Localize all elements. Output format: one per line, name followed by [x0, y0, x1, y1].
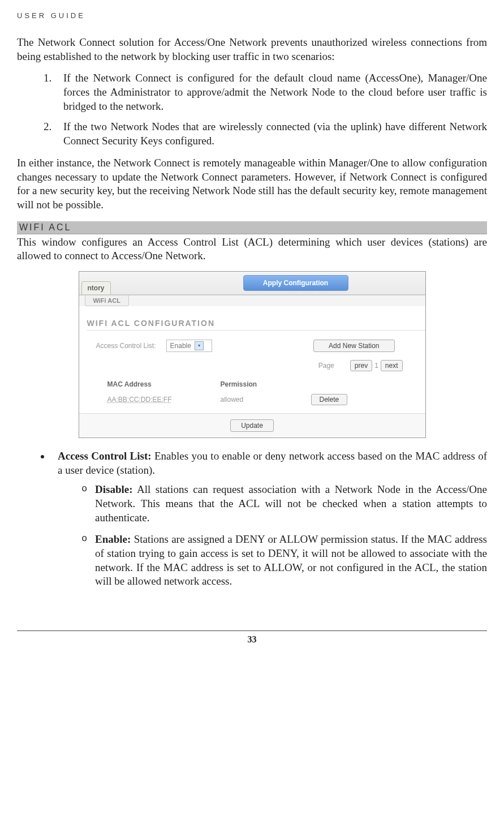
prev-button[interactable]: prev	[350, 360, 372, 371]
section-intro: This window configures an Access Control…	[17, 235, 487, 263]
table-header: MAC Address Permission	[79, 377, 425, 392]
running-header: USER GUIDE	[17, 11, 487, 20]
acl-select[interactable]: Enable ▾	[166, 340, 212, 352]
scenario-1: If the Network Connect is configured for…	[54, 71, 487, 113]
subtab-wifi-acl[interactable]: WiFi ACL	[85, 295, 129, 306]
section-heading-wifi-acl: WIFI ACL	[17, 221, 487, 234]
acl-select-value: Enable	[170, 342, 191, 350]
sub-bullet-disable: Disable: All stations can request associ…	[85, 483, 487, 525]
sub-bullet-disable-body: All stations can request association wit…	[95, 483, 487, 523]
wifi-acl-screenshot: ntory Apply Configuration WiFi ACL WIFI …	[79, 271, 426, 438]
scenario-2: If the two Network Nodes that are wirele…	[54, 120, 487, 148]
panel-title: WIFI ACL CONFIGURATION	[87, 319, 425, 331]
page-label: Page	[318, 362, 334, 370]
sub-bullet-disable-title: Disable:	[95, 483, 133, 495]
update-button[interactable]: Update	[230, 419, 274, 432]
intro-paragraph: The Network Connect solution for Access/…	[17, 36, 487, 63]
col-permission: Permission	[221, 380, 311, 388]
either-instance-paragraph: In either instance, the Network Connect …	[17, 156, 487, 212]
bullet-acl-title: Access Control List:	[58, 450, 152, 462]
mac-address-link[interactable]: AA:BB:CC:DD:EE:FF	[107, 396, 221, 404]
col-mac-address: MAC Address	[107, 380, 221, 388]
tab-inventory-partial[interactable]: ntory	[81, 281, 111, 294]
table-row: AA:BB:CC:DD:EE:FF allowed Delete	[79, 392, 425, 413]
apply-configuration-button[interactable]: Apply Configuration	[243, 275, 348, 291]
sub-bullet-enable-body: Stations are assigned a DENY or ALLOW pe…	[95, 533, 487, 587]
acl-label: Access Control List:	[96, 342, 156, 350]
add-new-station-button[interactable]: Add New Station	[313, 340, 394, 352]
delete-button[interactable]: Delete	[311, 394, 348, 405]
bullet-acl: Access Control List: Enables you to enab…	[51, 449, 487, 589]
page-number: 33	[17, 630, 487, 648]
next-button[interactable]: next	[381, 360, 403, 371]
bullet-list: Access Control List: Enables you to enab…	[17, 449, 487, 589]
chevron-down-icon: ▾	[195, 341, 204, 350]
sub-bullet-list: Disable: All stations can request associ…	[58, 483, 487, 589]
page-number-indicator: 1	[374, 362, 378, 370]
scenario-list: If the Network Connect is configured for…	[17, 71, 487, 148]
sub-bullet-enable-title: Enable:	[95, 533, 131, 545]
permission-value: allowed	[221, 396, 311, 404]
sub-bullet-enable: Enable: Stations are assigned a DENY or …	[85, 533, 487, 589]
